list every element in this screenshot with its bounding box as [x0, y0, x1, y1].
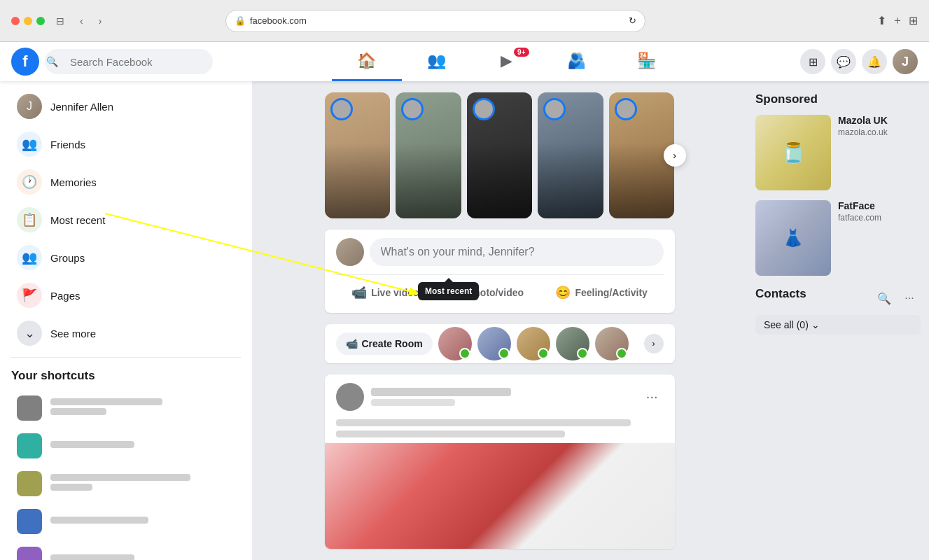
post-image-content [325, 443, 675, 549]
feeling-activity-btn[interactable]: 😊 Feeling/Activity [547, 281, 655, 304]
home-icon: 🏠 [357, 52, 376, 70]
post-options-btn[interactable]: ··· [641, 386, 664, 407]
see-all-label: See all (0) [764, 319, 809, 330]
sidebar-see-more[interactable]: ⌄ See more [6, 315, 246, 351]
traffic-light-red[interactable] [11, 17, 20, 25]
shortcut-line-3b [50, 484, 92, 491]
watch-icon: ▶ [501, 52, 512, 70]
stories-container: › [325, 92, 675, 218]
sidebar-divider-1 [11, 357, 241, 358]
story-card-3[interactable] [467, 92, 533, 218]
sponsored-section: Sponsored 🫙 Mazola UK mazola.co.uk 👗 [755, 92, 921, 276]
contacts-search-btn[interactable]: 🔍 [873, 287, 895, 309]
nav-tab-home[interactable]: 🏠 [332, 42, 402, 81]
ad-fatface[interactable]: 👗 FatFace fatface.com [755, 200, 921, 276]
feeling-label: Feeling/Activity [575, 287, 647, 298]
post-text-line1 [336, 419, 631, 426]
timestamp-blur [371, 399, 455, 406]
post-composer: 📹 Live video 🖼 Photo/video 😊 Feeling/Act… [325, 230, 675, 313]
sidebar-item-friends[interactable]: 👥 Friends [6, 126, 246, 162]
story-card-2[interactable] [396, 92, 461, 218]
top-nav: f 🔍 🏠 👥 ▶ 9+ 🫂 🏪 ⊞ 💬 [0, 42, 929, 81]
browser-forward-btn[interactable]: › [95, 14, 106, 28]
composer-top [336, 238, 664, 266]
story-card-4[interactable] [538, 92, 603, 218]
fb-logo-letter: f [22, 52, 27, 71]
nav-tabs: 🏠 👥 ▶ 9+ 🫂 🏪 [213, 42, 800, 81]
story-card-1[interactable] [325, 92, 391, 218]
address-bar[interactable]: 🔒 facebook.com ↻ [225, 10, 645, 32]
author-name-blur [371, 388, 511, 396]
user-avatar[interactable]: J [893, 49, 918, 74]
left-sidebar: J Jennifer Allen 👥 Friends 🕐 Memories 📋 … [0, 81, 252, 560]
browser-back-btn[interactable]: ‹ [76, 14, 88, 28]
ad-mazola-image: 🫙 [755, 115, 831, 190]
stories-row [325, 92, 675, 218]
shortcut-text-2 [50, 441, 134, 451]
shortcut-line-3a [50, 474, 190, 481]
post-image[interactable] [325, 443, 675, 549]
nav-tab-groups[interactable]: 🫂 [542, 42, 612, 81]
see-all-contacts-btn[interactable]: See all (0) ⌄ [755, 315, 921, 335]
apps-btn[interactable]: ⊞ [800, 49, 825, 74]
browser-actions: ⬆ ＋ ⊞ [877, 13, 918, 28]
browser-window-btn[interactable]: ⊟ [52, 14, 69, 28]
live-video-btn[interactable]: 📹 Live video [343, 281, 427, 304]
contacts-title: Contacts [755, 287, 806, 301]
contact-avatar-4[interactable] [556, 327, 589, 360]
story-avatar-1 [330, 98, 353, 120]
ad-mazola[interactable]: 🫙 Mazola UK mazola.co.uk [755, 115, 921, 190]
fb-logo[interactable]: f [11, 48, 39, 76]
story-gradient-4 [538, 143, 603, 218]
sidebar-item-pages[interactable]: 🚩 Pages [6, 277, 246, 314]
search-input[interactable] [45, 49, 213, 74]
new-tab-btn[interactable]: ＋ [892, 13, 903, 28]
url-text: facebook.com [250, 15, 307, 26]
chevron-down-contacts-icon: ⌄ [811, 319, 820, 330]
nav-tab-friends[interactable]: 👥 [402, 42, 472, 81]
share-btn[interactable]: ⬆ [877, 13, 886, 28]
photo-video-btn[interactable]: 🖼 Photo/video [442, 281, 532, 304]
contact-avatar-2[interactable] [477, 327, 511, 360]
traffic-light-green[interactable] [36, 17, 45, 25]
story-gradient-3 [467, 143, 533, 218]
nav-tab-marketplace[interactable]: 🏪 [612, 42, 682, 81]
main-content: J Jennifer Allen 👥 Friends 🕐 Memories 📋 … [0, 81, 929, 560]
contacts-header: Contacts 🔍 ··· [755, 287, 921, 309]
contacts-next-btn[interactable]: › [644, 334, 664, 354]
story-gradient-2 [396, 143, 461, 218]
friends-label: Friends [50, 139, 85, 150]
sidebar-item-user[interactable]: J Jennifer Allen [6, 88, 246, 125]
sidebar-item-most-recent[interactable]: 📋 Most recent [6, 202, 246, 238]
messenger-btn[interactable]: 💬 [831, 49, 856, 74]
ad-fatface-name: FatFace [838, 200, 921, 211]
notifications-btn[interactable]: 🔔 [862, 49, 887, 74]
stories-next-btn[interactable]: › [664, 144, 686, 167]
shortcut-text-5 [50, 554, 134, 560]
shortcut-item-4[interactable] [6, 503, 246, 540]
shortcut-item-5[interactable] [6, 541, 246, 560]
contact-avatar-5[interactable] [595, 327, 629, 360]
shortcut-item-3[interactable] [6, 465, 246, 502]
right-sidebar: Sponsored 🫙 Mazola UK mazola.co.uk 👗 [747, 81, 929, 560]
live-video-icon: 📹 [351, 285, 367, 300]
shortcut-line-4a [50, 517, 148, 524]
sidebar-item-memories[interactable]: 🕐 Memories [6, 164, 246, 200]
grid-btn[interactable]: ⊞ [909, 13, 918, 28]
friends-icon: 👥 [427, 52, 446, 70]
sidebar-item-groups[interactable]: 👥 Groups [6, 239, 246, 276]
nav-tab-watch[interactable]: ▶ 9+ [472, 42, 542, 81]
shortcut-item-1[interactable] [6, 390, 246, 426]
create-room-btn[interactable]: 📹 Create Room [336, 332, 433, 355]
shortcut-item-2[interactable] [6, 428, 246, 464]
shortcut-thumb-1 [17, 396, 42, 421]
contact-avatar-3[interactable] [517, 327, 550, 360]
contacts-options-btn[interactable]: ··· [898, 287, 921, 309]
traffic-light-yellow[interactable] [24, 17, 32, 25]
composer-input[interactable] [370, 238, 664, 266]
contact-avatar-1[interactable] [438, 327, 472, 360]
post-author-avatar [336, 383, 364, 411]
shortcuts-title: Your shortcuts [0, 363, 252, 388]
contacts-create-row: 📹 Create Room › [325, 324, 675, 363]
most-recent-sidebar-icon: 📋 [17, 207, 42, 232]
